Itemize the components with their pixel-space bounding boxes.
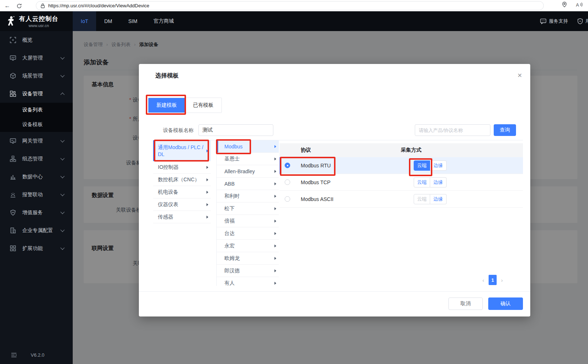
search-button[interactable]: 查询 <box>494 124 516 136</box>
brand-item-allen-bradley[interactable]: Allen-Bradley <box>217 165 279 178</box>
category-label: IO控制器 <box>158 164 179 171</box>
sidebar-item-label: 企业专属配置 <box>22 227 53 234</box>
sidebar-item-value-added[interactable]: 增值服务 <box>0 204 73 221</box>
close-icon[interactable]: ✕ <box>517 72 522 79</box>
collapse-sidebar-icon[interactable] <box>11 353 17 357</box>
protocol-row-modbus-tcp[interactable]: Modbus TCP 云端 边缘 <box>280 174 523 191</box>
nav-tab-dm[interactable]: DM <box>96 11 120 31</box>
edge-button[interactable]: 边缘 <box>430 177 447 187</box>
edge-button[interactable]: 边缘 <box>430 160 447 171</box>
svg-text:A: A <box>576 2 579 7</box>
user-menu[interactable]: 用 <box>577 18 588 24</box>
category-item-electromechanical[interactable]: 机电设备 <box>153 186 211 198</box>
brand-item-fatek[interactable]: 永宏 <box>217 240 279 252</box>
brand-label: Allen-Bradley <box>224 168 255 174</box>
sidebar-item-data-center[interactable]: 数据中心 <box>0 168 73 186</box>
brand-item-hollysys[interactable]: 和利时 <box>217 190 279 202</box>
arrow-right-icon <box>274 158 276 160</box>
prev-page-icon[interactable]: ‹ <box>482 277 484 283</box>
nav-tab-iot[interactable]: IoT <box>73 11 96 31</box>
arrow-right-icon <box>206 191 208 194</box>
brand-label: 永宏 <box>224 243 235 249</box>
sidebar-item-gateway-mgmt[interactable]: 网关管理 <box>0 132 73 150</box>
brand-item-keyence[interactable]: 基恩士 <box>217 153 279 165</box>
chevron-down-icon <box>60 192 64 196</box>
sidebar-item-label: 组态管理 <box>22 156 43 162</box>
sidebar-item-device-mgmt[interactable]: 设备管理 <box>0 85 73 103</box>
radio-selected-icon[interactable] <box>285 163 290 168</box>
brand-label: 欧姆龙 <box>224 255 240 262</box>
brand-item-delta[interactable]: 台达 <box>217 227 279 240</box>
brand-label: 有人 <box>224 280 235 286</box>
arrow-right-icon <box>274 282 276 285</box>
cancel-button[interactable]: 取消 <box>448 297 483 310</box>
nav-tab-sim[interactable]: SIM <box>120 11 145 31</box>
sidebar-item-screen-mgmt[interactable]: 大屏管理 <box>0 49 73 67</box>
page-number[interactable]: 1 <box>489 275 497 285</box>
sidebar-item-label: 数据中心 <box>22 174 43 180</box>
dialog-title: 选择模板 <box>155 72 179 80</box>
sidebar-item-enterprise[interactable]: 企业专属配置 <box>0 221 73 239</box>
category-item-io-controller[interactable]: IO控制器 <box>153 161 211 174</box>
category-item-sensors[interactable]: 传感器 <box>153 211 211 223</box>
url-bar[interactable]: https://mp.usr.cn/#/cloud/device/ViewAdd… <box>36 1 544 10</box>
brand-item-omron[interactable]: 欧姆龙 <box>217 252 279 265</box>
shield-icon <box>577 18 583 24</box>
sidebar-item-alarm[interactable]: 报警联动 <box>0 186 73 204</box>
location-icon[interactable] <box>562 1 567 8</box>
radio-icon[interactable] <box>285 179 290 185</box>
edge-button[interactable]: 边缘 <box>430 194 447 204</box>
category-label: 数控机床（CNC） <box>158 177 200 183</box>
radio-icon[interactable] <box>285 196 290 202</box>
sidebar-item-scene-mgmt[interactable]: 场景管理 <box>0 67 73 85</box>
protocol-row-modbus-ascii[interactable]: Modbus ASCII 云端 边缘 <box>280 191 523 208</box>
brand-item-modbus[interactable]: Modbus <box>217 140 279 153</box>
device-icon <box>10 91 16 97</box>
protocol-name: Modbus TCP <box>301 179 330 185</box>
arrow-right-icon <box>274 145 276 148</box>
brand-item-panasonic[interactable]: 松下 <box>217 202 279 215</box>
sidebar-item-device-list[interactable]: 设备列表 <box>0 103 73 117</box>
cloud-button[interactable]: 云端 <box>414 194 430 204</box>
next-page-icon[interactable]: › <box>501 277 503 283</box>
service-support[interactable]: 服务支持 <box>540 18 568 24</box>
browser-refresh-icon[interactable] <box>15 1 23 10</box>
sidebar-item-extensions[interactable]: 扩展功能 <box>0 239 73 257</box>
sidebar-item-overview[interactable]: 概览 <box>0 31 73 49</box>
brand-item-usr[interactable]: 有人 <box>217 277 279 286</box>
template-name-input[interactable] <box>198 124 273 136</box>
read-aloud-icon[interactable]: A <box>576 2 583 8</box>
method-column-header: 采集方式 <box>401 147 421 153</box>
confirm-button[interactable]: 确认 <box>488 297 523 310</box>
brand-item-beckhoff[interactable]: 倍福 <box>217 215 279 227</box>
cloud-button[interactable]: 云端 <box>414 160 430 171</box>
brand-item-langhande[interactable]: 郎汉德 <box>217 265 279 277</box>
extensions-icon <box>10 245 16 251</box>
browser-back-icon[interactable]: ← <box>3 1 12 10</box>
brand-label: ABB <box>224 181 235 187</box>
cloud-button[interactable]: 云端 <box>414 177 430 187</box>
chevron-down-icon <box>60 73 64 77</box>
sidebar-item-device-template[interactable]: 设备模板 <box>0 117 73 132</box>
tab-existing-template[interactable]: 已有模板 <box>185 98 221 113</box>
protocol-row-modbus-rtu[interactable]: Modbus RTU 云端 边缘 <box>280 157 523 174</box>
arrow-right-icon <box>274 232 276 235</box>
chevron-down-icon <box>60 156 64 160</box>
arrow-right-icon <box>274 207 276 210</box>
category-item-instruments[interactable]: 仪器仪表 <box>153 198 211 211</box>
category-item-generic-modbus[interactable]: 通用Modbus / PLC / DL <box>153 140 211 161</box>
logo[interactable]: 有人云控制台 www.usr.cn <box>0 11 73 31</box>
chevron-up-icon <box>60 92 64 96</box>
protocol-table-header: 协议 采集方式 <box>280 143 523 157</box>
pagination: ‹ 1 › <box>482 275 503 285</box>
sidebar-item-label: 设备管理 <box>22 91 43 97</box>
tab-new-template[interactable]: 新建模板 <box>148 98 185 113</box>
sidebar: 概览 大屏管理 场景管理 设备管理 设备列表 设备模板 网关管理 组态 <box>0 31 73 364</box>
search-input[interactable] <box>415 124 490 136</box>
browser-chrome: ← https://mp.usr.cn/#/cloud/device/ViewA… <box>0 0 588 11</box>
sidebar-item-scada-mgmt[interactable]: 组态管理 <box>0 150 73 168</box>
brand-item-abb[interactable]: ABB <box>217 178 279 190</box>
brand-label: 台达 <box>224 230 235 237</box>
nav-tab-mall[interactable]: 官方商城 <box>145 11 182 31</box>
category-item-cnc[interactable]: 数控机床（CNC） <box>153 174 211 186</box>
